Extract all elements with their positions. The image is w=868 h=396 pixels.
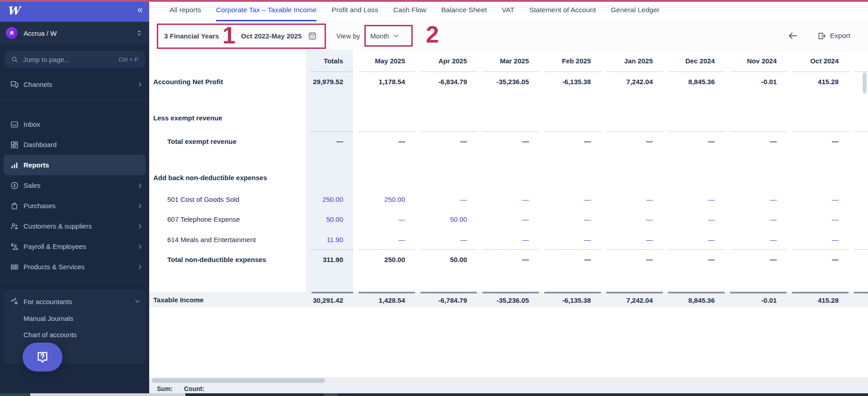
cell-value: —: [522, 138, 529, 145]
annotation-box-2: [364, 25, 413, 47]
sidebar-item-channels[interactable]: Channels: [0, 74, 149, 95]
cell-value[interactable]: —: [646, 215, 653, 223]
column-header-jan-2025: Jan 2025: [601, 50, 663, 72]
tab-profit-and-loss[interactable]: Profit and Loss: [331, 0, 378, 21]
cell-value: —: [770, 138, 777, 145]
sidebar-item-manual-journals[interactable]: Manual Journals: [4, 310, 146, 326]
collapse-sidebar-icon[interactable]: «: [137, 5, 143, 17]
cell-value[interactable]: —: [584, 236, 591, 243]
cell-value[interactable]: 250.00: [322, 196, 343, 203]
sidebar-item-purchases[interactable]: Purchases: [0, 196, 149, 216]
row-label: Total exempt revenue: [149, 131, 306, 151]
column-header-oct-2024: Oct 2024: [787, 50, 849, 72]
row-label: Less exempt revenue: [149, 111, 306, 124]
cell-value[interactable]: —: [584, 215, 591, 223]
horizontal-scrollbar-track[interactable]: [149, 377, 868, 384]
chevron-right-icon: [137, 223, 144, 230]
svg-text:$: $: [11, 243, 14, 247]
chevron-down-icon: [134, 298, 141, 305]
sidebar-item-customers-suppliers[interactable]: Customers & suppliers: [0, 216, 149, 236]
cell-value: 50.00: [450, 256, 467, 263]
cell-value[interactable]: —: [832, 215, 839, 223]
table-spacer-row: [149, 269, 868, 292]
cell-value[interactable]: 250.00: [384, 196, 405, 203]
sidebar-item-reports[interactable]: Reports: [4, 155, 146, 175]
cell-value: —: [336, 138, 343, 145]
table-row: 607 Telephone Expense50.00—50.00——————: [149, 209, 868, 229]
app-logo: W: [7, 5, 19, 16]
annotation-top-border: [0, 0, 868, 2]
cell-value[interactable]: —: [770, 215, 777, 223]
cell-value[interactable]: —: [708, 196, 715, 203]
sidebar-item-label: Channels: [24, 81, 137, 88]
view-by-label: View by: [336, 22, 360, 50]
cell-value[interactable]: —: [398, 236, 405, 243]
payroll-icon: $: [10, 242, 19, 251]
table-row: Less exempt revenue: [149, 111, 868, 124]
cell-value[interactable]: —: [646, 236, 653, 243]
cell-value: -0.01: [761, 78, 777, 86]
sidebar-item-inbox[interactable]: Inbox: [0, 114, 149, 134]
tab-general-ledger[interactable]: General Ledger: [611, 0, 660, 21]
cell-value[interactable]: —: [522, 196, 529, 203]
sidebar-item-label: Products & Services: [24, 263, 137, 271]
cell-value[interactable]: —: [398, 215, 405, 223]
tab-corporate-tax-taxable-income[interactable]: Corporate Tax – Taxable Income: [216, 0, 317, 21]
search-placeholder: Jump to page...: [23, 56, 118, 63]
barcode-icon: [10, 262, 19, 272]
cell-value[interactable]: —: [522, 236, 529, 243]
sidebar-item-label: Inbox: [24, 120, 144, 128]
sidebar-item-payroll-employees[interactable]: $Payroll & Employees: [0, 236, 149, 257]
cell-value[interactable]: —: [832, 236, 839, 243]
table-spacer-row: [149, 91, 868, 111]
workspace-switcher[interactable]: Accrua / W: [0, 22, 149, 44]
sidebar-item-sales[interactable]: $Sales: [0, 175, 149, 196]
cell-value[interactable]: —: [770, 196, 777, 203]
cell-value[interactable]: —: [770, 236, 777, 243]
sidebar-item-label: Reports: [24, 161, 144, 169]
sidebar-item-products-services[interactable]: Products & Services: [0, 257, 149, 277]
table-row: 501 Cost of Goods Sold250.00250.00——————…: [149, 189, 868, 209]
count-label: Count:: [184, 385, 204, 392]
back-arrow-button[interactable]: [788, 22, 798, 50]
horizontal-scrollbar-thumb[interactable]: [152, 378, 325, 383]
cell-value: —: [584, 256, 591, 263]
cell-value[interactable]: —: [522, 215, 529, 223]
tab-statement-of-account[interactable]: Statement of Account: [529, 0, 596, 21]
cell-value[interactable]: —: [460, 196, 467, 203]
cell-value: -6,784.79: [439, 296, 467, 304]
cell-value[interactable]: 50.00: [326, 215, 343, 223]
sidebar: W « Accrua / W Jump to page...: [0, 0, 149, 393]
column-header-feb-2025: Feb 2025: [539, 50, 601, 72]
search-shortcut: Ctrl + P: [118, 56, 138, 63]
row-label: Accounting Net Profit: [149, 72, 306, 91]
cell-value[interactable]: —: [832, 196, 839, 203]
help-button[interactable]: [23, 343, 62, 372]
cell-value[interactable]: —: [460, 236, 467, 243]
cell-value: —: [460, 138, 467, 145]
cell-value[interactable]: —: [708, 236, 715, 243]
tab-vat[interactable]: VAT: [502, 0, 514, 21]
app-window: W « Accrua / W Jump to page...: [0, 0, 868, 396]
cell-value[interactable]: 50.00: [450, 215, 467, 223]
sidebar-item-dashboard[interactable]: Dashboard: [0, 134, 149, 155]
sidebar-nav: ChannelsInboxDashboardReports$SalesPurch…: [0, 74, 149, 363]
svg-text:$: $: [13, 183, 15, 188]
tab-cash-flow[interactable]: Cash Flow: [393, 0, 426, 21]
sidebar-divider: [0, 99, 149, 100]
cell-value: -6,834.79: [439, 78, 467, 86]
cell-value[interactable]: —: [708, 215, 715, 223]
sidebar-item-chart-of-accounts[interactable]: Chart of accounts: [4, 326, 146, 343]
tab-all-reports[interactable]: All reports: [170, 0, 201, 21]
cell-value: 30,291.42: [313, 296, 343, 304]
export-button[interactable]: Export: [817, 22, 850, 50]
cell-value[interactable]: —: [646, 196, 653, 203]
sidebar-item-for-accountants[interactable]: For accountants: [4, 293, 146, 310]
export-icon: [817, 31, 826, 41]
tab-balance-sheet[interactable]: Balance Sheet: [441, 0, 487, 21]
cell-value[interactable]: —: [584, 196, 591, 203]
cell-value[interactable]: 11.90: [327, 236, 343, 243]
sidebar-item-label: Dashboard: [24, 141, 144, 148]
search-input[interactable]: Jump to page... Ctrl + P: [5, 51, 145, 68]
vertical-scrollbar[interactable]: [863, 72, 867, 93]
